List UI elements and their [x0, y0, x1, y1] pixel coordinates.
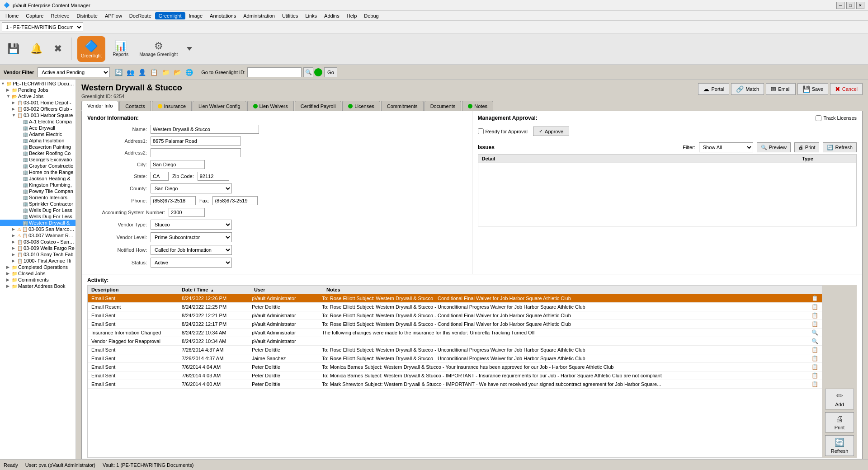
tab-commitments[interactable]: Commitments	[381, 101, 424, 111]
tree-item-25[interactable]: ▶📋03-008 Costco - San M	[0, 239, 75, 245]
tree-item-9[interactable]: 🏢Alpha Insulation	[0, 137, 75, 144]
match-button[interactable]: 🔗 Match	[731, 83, 764, 95]
tree-item-3[interactable]: ▶📋03-001 Home Depot -	[0, 99, 75, 106]
tree-item-11[interactable]: 🏢Becker Roofing Co	[0, 150, 75, 156]
county-select[interactable]: San Diego	[151, 183, 232, 193]
filter-icon-1[interactable]: 🔄	[113, 67, 123, 77]
track-licenses-checkbox[interactable]	[816, 115, 821, 121]
menubar-item-debug[interactable]: Debug	[360, 12, 382, 19]
tree-item-20[interactable]: 🏢Wells Dug For Less	[0, 207, 75, 213]
phone-input[interactable]	[151, 196, 196, 205]
activity-row-action-button[interactable]: 📋	[811, 295, 818, 301]
tree-item-13[interactable]: 🏢Graybar Constructio	[0, 163, 75, 169]
tree-item-27[interactable]: ▶📋03-010 Sony Tech Fab	[0, 251, 75, 258]
activity-row[interactable]: Email Sent8/24/2022 12:21 PMpVault Admin…	[88, 311, 822, 320]
tree-item-28[interactable]: ▶📋1000- First Avenue Hi	[0, 258, 75, 264]
activity-row[interactable]: Email Sent7/6/2014 4:04 AMPeter Dolittle…	[88, 363, 822, 371]
menubar-item-addins[interactable]: Addins	[321, 12, 343, 19]
menubar-item-annotations[interactable]: Annotations	[206, 12, 240, 19]
tree-item-0[interactable]: ▼📁PE-TECHWRITING Documents	[0, 80, 75, 87]
activity-row[interactable]: Email Sent7/26/2014 4:37 AMJaime Sanchez…	[88, 354, 822, 363]
address2-input[interactable]	[151, 148, 241, 157]
tree-item-2[interactable]: ▼📂Active Jobs	[0, 93, 75, 99]
filter-icon-4[interactable]: 📋	[149, 67, 159, 77]
tree-item-24[interactable]: ▶⚠📋03-007 Walmart Remo	[0, 232, 75, 239]
activity-row-action-button[interactable]: 📋	[811, 304, 818, 310]
tree-item-7[interactable]: 🏢Ace Drywall	[0, 125, 75, 131]
tree-item-17[interactable]: 🏢Poway Tile Compan	[0, 188, 75, 194]
tree-item-32[interactable]: ▶📁Master Address Book	[0, 283, 75, 289]
activity-row-action-button[interactable]: 📋	[811, 312, 818, 319]
address1-input[interactable]	[151, 136, 241, 146]
issues-print-button[interactable]: 🖨 Print	[794, 142, 820, 152]
tab-certified-payroll[interactable]: Certified Payroll	[295, 101, 342, 111]
filter-icon-5[interactable]: 📁	[160, 67, 170, 77]
portal-button[interactable]: ☁ Portal	[698, 83, 729, 95]
tab-insurance[interactable]: Insurance	[152, 101, 192, 111]
tab-lien-waiver-config[interactable]: Lien Waiver Config	[193, 101, 246, 111]
menubar-item-apflow[interactable]: APFlow	[101, 12, 126, 19]
greenlight-toolbar-button[interactable]: 🔷 Greenlight	[77, 36, 105, 62]
tab-documents[interactable]: Documents	[425, 101, 462, 111]
menubar-item-distribute[interactable]: Distribute	[73, 12, 101, 19]
tree-item-10[interactable]: 🏢Beaverton Painting	[0, 144, 75, 150]
menubar-item-greenlight[interactable]: Greenlight	[155, 12, 185, 19]
issues-preview-button[interactable]: 🔍 Preview	[757, 142, 791, 152]
tab-lien-waivers[interactable]: Lien Waivers	[247, 101, 294, 111]
menubar-item-capture[interactable]: Capture	[22, 12, 47, 19]
tree-item-1[interactable]: ▶📁Pending Jobs	[0, 87, 75, 93]
activity-row[interactable]: Email Sent8/24/2022 12:17 PMpVault Admin…	[88, 320, 822, 329]
greenlight-id-input[interactable]	[247, 67, 302, 77]
tab-notes[interactable]: Notes	[462, 101, 493, 111]
issues-filter-select[interactable]: Show AllOpenClosed	[699, 142, 753, 152]
filter-icon-6[interactable]: 📂	[172, 67, 182, 77]
tree-item-29[interactable]: ▶📁Completed Operations	[0, 264, 75, 270]
reports-toolbar-button[interactable]: 📊 Reports	[109, 39, 132, 59]
activity-row-action-button[interactable]: 📋	[811, 381, 818, 387]
activity-row-action-button[interactable]: 🔍	[811, 338, 818, 344]
cancel-toolbar-button[interactable]: ✖	[50, 42, 66, 56]
undo-toolbar-button[interactable]: 🔔	[27, 42, 46, 56]
activity-row[interactable]: Email Sent8/24/2022 12:26 PMpVault Admin…	[88, 294, 822, 303]
tree-item-6[interactable]: 🏢A-1 Electric Compa	[0, 118, 75, 125]
tree-item-23[interactable]: ▶⚠📋03-005 San Marcos Cit	[0, 226, 75, 232]
menubar-item-links[interactable]: Links	[302, 12, 321, 19]
menubar-item-home[interactable]: Home	[2, 12, 22, 19]
activity-row-action-button[interactable]: 📋	[811, 347, 818, 353]
tree-item-21[interactable]: 🏢Wells Dug For Less	[0, 213, 75, 220]
zip-input[interactable]	[198, 172, 229, 181]
restore-button[interactable]: □	[846, 2, 854, 9]
notified-select[interactable]: Called for Job Information	[151, 245, 232, 255]
tree-item-31[interactable]: ▶📁Commitments	[0, 277, 75, 283]
add-activity-button[interactable]: ✏ Add	[825, 389, 854, 409]
tree-item-18[interactable]: 🏢Sorrento Interiors	[0, 194, 75, 201]
activity-row-action-button[interactable]: 📋	[811, 372, 818, 379]
filter-icon-7[interactable]: 🌐	[184, 67, 194, 77]
activity-row[interactable]: Email Sent7/6/2014 4:00 AMPeter Dolittle…	[88, 380, 822, 389]
activity-row-action-button[interactable]: 📋	[811, 321, 818, 327]
greenlight-id-search-button[interactable]: 🔍	[303, 67, 313, 77]
issues-refresh-button[interactable]: 🔄 Refresh	[823, 142, 857, 152]
activity-row[interactable]: Insurance Information Changed8/24/2022 1…	[88, 329, 822, 337]
tree-item-19[interactable]: 🏢Sprinkler Contractor	[0, 201, 75, 207]
email-button[interactable]: ✉ Email	[766, 83, 796, 95]
ready-approval-checkbox[interactable]	[478, 128, 484, 134]
tree-item-4[interactable]: ▶📋03-002 Officers Club -	[0, 106, 75, 112]
document-selector[interactable]: 1 - PE-TECHWRITING Documer	[2, 22, 83, 32]
tree-item-8[interactable]: 🏢Adams Electric	[0, 131, 75, 137]
tree-item-12[interactable]: 🏢George's Excavatio	[0, 156, 75, 163]
vendor-type-select[interactable]: Stucco	[151, 220, 232, 230]
menubar-item-help[interactable]: Help	[343, 12, 361, 19]
tab-licenses[interactable]: Licenses	[342, 101, 380, 111]
filter-icon-2[interactable]: 👥	[125, 67, 135, 77]
save-button[interactable]: 💾 Save	[797, 83, 828, 95]
window-controls[interactable]: ─ □ ✕	[836, 2, 864, 9]
menubar-item-image[interactable]: Image	[185, 12, 207, 19]
menubar-item-docroute[interactable]: DocRoute	[126, 12, 155, 19]
activity-row[interactable]: Email Sent7/6/2014 4:03 AMPeter Dolittle…	[88, 371, 822, 380]
refresh-activity-button[interactable]: 🔄 Refresh	[825, 435, 854, 456]
tree-item-16[interactable]: 🏢Kingston Plumbing,	[0, 182, 75, 188]
state-input[interactable]	[151, 172, 169, 181]
filter-icon-3[interactable]: 👤	[137, 67, 147, 77]
menubar-item-utilities[interactable]: Utilities	[278, 12, 302, 19]
